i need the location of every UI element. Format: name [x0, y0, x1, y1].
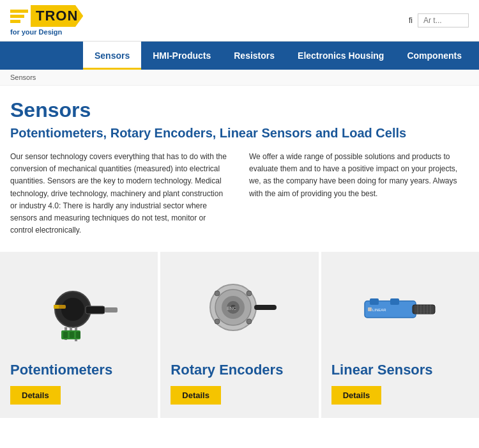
description-right: We offer a wide range of possible soluti…	[249, 151, 469, 236]
search-input[interactable]	[418, 13, 469, 27]
svg-rect-12	[54, 305, 59, 309]
logo-text: TRON	[31, 5, 83, 27]
product-name-rotary-encoders: Rotary Encoders	[171, 362, 308, 378]
nav-item-sensors[interactable]: Sensors	[83, 42, 141, 70]
svg-rect-26	[368, 307, 372, 311]
nav-item-resistors[interactable]: Resistors	[222, 42, 286, 70]
product-image-potentiometers	[10, 265, 148, 354]
description-left: Our sensor technology covers everything …	[10, 151, 230, 236]
details-button-linear-sensors[interactable]: Details	[331, 386, 382, 405]
svg-point-19	[247, 291, 252, 296]
nav-item-more[interactable]: S...	[473, 42, 479, 70]
svg-rect-37	[370, 298, 379, 305]
logo-line-1	[10, 10, 28, 13]
logo[interactable]: TRON	[10, 5, 83, 27]
product-card-potentiometers: Potentiometers Details	[0, 252, 160, 418]
breadcrumb: Sensors	[0, 70, 479, 86]
product-card-rotary-encoders: ENC Rotary Encoders Details	[160, 252, 321, 418]
product-name-linear-sensors: Linear Sensors	[331, 362, 469, 378]
details-button-potentiometers[interactable]: Details	[10, 386, 61, 405]
svg-rect-22	[254, 305, 277, 310]
description-row: Our sensor technology covers everything …	[10, 151, 469, 236]
svg-text:ENC: ENC	[227, 306, 236, 311]
product-card-linear-sensors: LINEAR Linear Sensors Details	[321, 252, 479, 418]
page-subtitle: Potentiometers, Rotary Encoders, Linear …	[10, 126, 469, 141]
svg-point-20	[215, 319, 220, 324]
nav-item-hmi[interactable]: HMI-Products	[141, 42, 222, 70]
logo-line-2	[10, 15, 24, 18]
svg-rect-9	[70, 332, 74, 338]
products-row: Potentiometers Details	[0, 252, 479, 418]
svg-point-21	[247, 319, 252, 324]
logo-lines-icon	[10, 10, 28, 23]
svg-rect-10	[76, 332, 80, 338]
nav-item-electronics-housing[interactable]: Electronics Housing	[286, 42, 395, 70]
svg-point-18	[215, 291, 220, 296]
main-content: Sensors Potentiometers, Rotary Encoders,…	[0, 86, 479, 431]
logo-subtitle: for your Design	[10, 28, 83, 36]
svg-rect-3	[105, 307, 118, 313]
product-image-linear-sensors: LINEAR	[331, 265, 469, 354]
product-image-rotary-encoders: ENC	[171, 265, 308, 354]
header-right: fi	[409, 13, 469, 27]
product-name-potentiometers: Potentiometers	[10, 362, 148, 378]
svg-point-1	[61, 298, 84, 321]
svg-rect-8	[63, 332, 68, 338]
rotary-encoder-image: ENC	[198, 274, 281, 344]
details-button-rotary-encoders[interactable]: Details	[171, 386, 221, 405]
linear-sensor-image: LINEAR	[358, 274, 441, 344]
svg-rect-2	[86, 306, 105, 314]
logo-area: TRON for your Design	[10, 5, 83, 36]
language-flag[interactable]: fi	[409, 16, 413, 25]
main-nav: Sensors HMI-Products Resistors Electroni…	[0, 42, 479, 70]
logo-line-3	[10, 20, 20, 23]
page-title: Sensors	[10, 98, 469, 122]
svg-text:LINEAR: LINEAR	[372, 308, 386, 312]
svg-rect-38	[390, 298, 399, 305]
site-header: TRON for your Design fi	[0, 0, 479, 42]
breadcrumb-text: Sensors	[10, 73, 36, 81]
nav-item-components[interactable]: Components	[395, 42, 473, 70]
potentiometer-image	[38, 274, 121, 344]
